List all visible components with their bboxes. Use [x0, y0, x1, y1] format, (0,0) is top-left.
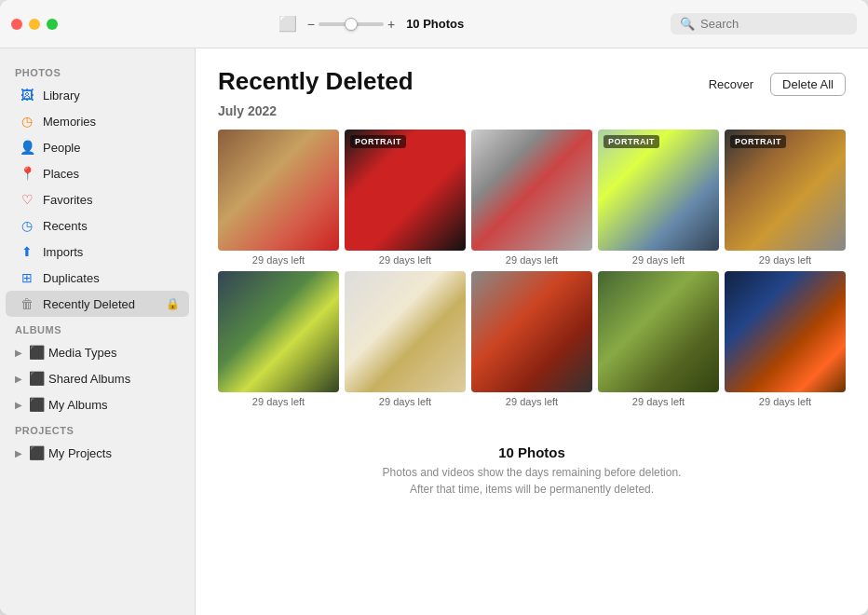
photo-thumbnail[interactable]: PORTRAIT — [598, 130, 719, 251]
days-left: 29 days left — [725, 254, 846, 266]
sidebar-item-duplicates[interactable]: ⊞ Duplicates — [6, 265, 189, 291]
days-left: 29 days left — [345, 254, 466, 266]
view-icon: ⬜ — [279, 16, 296, 33]
duplicates-icon: ⊞ — [19, 269, 35, 286]
footer-desc-line2: After that time, items will be permanent… — [233, 481, 831, 498]
app-window: ⬜ − + 10 Photos 🔍 Photos 🖼 Library ◷ — [0, 0, 868, 615]
memories-icon: ◷ — [19, 113, 35, 130]
people-icon: 👤 — [19, 139, 35, 156]
list-item: 29 days left — [218, 130, 339, 266]
sidebar-item-library-label: Library — [43, 89, 80, 102]
sidebar-item-people[interactable]: 👤 People — [6, 134, 189, 160]
portrait-badge: PORTRAIT — [604, 135, 659, 148]
list-item: 29 days left — [598, 271, 719, 407]
portrait-badge: PORTRAIT — [730, 135, 786, 148]
days-left: 29 days left — [598, 396, 719, 407]
minimize-button[interactable] — [29, 19, 40, 30]
list-item: 29 days left — [471, 271, 592, 407]
content-area: Recently Deleted Recover Delete All July… — [196, 48, 868, 615]
portrait-badge: PORTRAIT — [350, 135, 406, 148]
sidebar-group-shared-albums-label: Shared Albums — [48, 372, 130, 386]
photo-thumbnail[interactable] — [218, 271, 339, 392]
sidebar-item-recently-deleted[interactable]: 🗑 Recently Deleted 🔒 — [6, 291, 189, 317]
my-projects-icon: ⬛ — [28, 444, 45, 461]
sidebar-item-people-label: People — [43, 141, 80, 155]
sidebar-item-recents-label: Recents — [43, 219, 88, 233]
zoom-slider[interactable] — [319, 22, 384, 26]
list-item: 29 days left — [471, 130, 592, 266]
sidebar-group-my-projects[interactable]: ▶ ⬛ My Projects — [6, 440, 189, 466]
search-input[interactable] — [700, 17, 848, 31]
days-left: 29 days left — [471, 254, 592, 266]
search-bar[interactable]: 🔍 — [671, 13, 857, 34]
footer-desc-line1: Photos and videos show the days remainin… — [233, 464, 831, 481]
imports-icon: ⬆ — [19, 243, 35, 260]
sidebar-group-my-projects-label: My Projects — [48, 446, 112, 460]
list-item: PORTRAIT 29 days left — [725, 130, 846, 266]
days-left: 29 days left — [218, 254, 339, 266]
header-buttons: Recover Delete All — [699, 73, 846, 96]
sidebar-item-memories-label: Memories — [43, 115, 96, 129]
sidebar-item-recently-deleted-label: Recently Deleted — [43, 297, 135, 311]
sidebar-item-favorites[interactable]: ♡ Favorites — [6, 186, 189, 212]
my-albums-icon: ⬛ — [28, 396, 45, 413]
zoom-plus[interactable]: + — [387, 17, 395, 32]
footer-info: 10 Photos Photos and videos show the day… — [218, 430, 846, 512]
lock-icon: 🔒 — [166, 297, 180, 310]
sidebar-item-recents[interactable]: ◷ Recents — [6, 212, 189, 239]
sidebar-item-memories[interactable]: ◷ Memories — [6, 108, 189, 134]
photo-count: 10 Photos — [406, 17, 464, 31]
close-button[interactable] — [11, 19, 22, 30]
photo-thumbnail[interactable] — [725, 271, 846, 392]
search-icon: 🔍 — [680, 17, 695, 31]
days-left: 29 days left — [598, 254, 719, 266]
page-title: Recently Deleted — [218, 67, 414, 96]
sidebar-item-places[interactable]: 📍 Places — [6, 160, 189, 186]
list-item: 29 days left — [725, 271, 846, 407]
delete-all-button[interactable]: Delete All — [770, 73, 846, 96]
photo-thumbnail[interactable] — [218, 130, 339, 251]
list-item: PORTRAIT 29 days left — [345, 130, 466, 266]
toolbar: ⬜ − + 10 Photos — [73, 16, 671, 33]
sidebar-group-media-types-label: Media Types — [48, 346, 116, 360]
list-item: 29 days left — [345, 271, 466, 407]
library-icon: 🖼 — [19, 87, 35, 103]
sidebar-group-my-albums-label: My Albums — [48, 398, 108, 412]
days-left: 29 days left — [345, 396, 466, 407]
sidebar-item-favorites-label: Favorites — [43, 193, 92, 207]
sidebar-group-media-types[interactable]: ▶ ⬛ Media Types — [6, 339, 189, 365]
albums-section-label: Albums — [0, 317, 195, 339]
list-item: 29 days left — [218, 271, 339, 407]
titlebar: ⬜ − + 10 Photos 🔍 — [0, 0, 868, 48]
sidebar-item-library[interactable]: 🖼 Library — [6, 82, 189, 108]
photo-thumbnail[interactable] — [471, 130, 592, 251]
sidebar-group-shared-albums[interactable]: ▶ ⬛ Shared Albums — [6, 365, 189, 391]
trash-icon: 🗑 — [19, 295, 35, 312]
list-item: PORTRAIT 29 days left — [598, 130, 719, 266]
recover-button[interactable]: Recover — [699, 74, 763, 95]
projects-section-label: Projects — [0, 417, 195, 440]
section-date: July 2022 — [218, 103, 846, 118]
photo-thumbnail[interactable]: PORTRAIT — [725, 130, 846, 251]
sidebar-item-places-label: Places — [43, 167, 79, 181]
days-left: 29 days left — [471, 396, 592, 407]
sidebar-group-my-albums[interactable]: ▶ ⬛ My Albums — [6, 391, 189, 417]
photos-section-label: Photos — [0, 60, 195, 82]
footer-count: 10 Photos — [233, 444, 831, 460]
places-icon: 📍 — [19, 165, 35, 182]
photo-thumbnail[interactable] — [598, 271, 719, 392]
sidebar-item-imports[interactable]: ⬆ Imports — [6, 239, 189, 265]
zoom-minus[interactable]: − — [307, 17, 315, 32]
photo-thumbnail[interactable]: PORTRAIT — [345, 130, 466, 251]
zoom-thumb[interactable] — [345, 18, 358, 31]
traffic-lights — [11, 19, 58, 30]
sidebar-item-imports-label: Imports — [43, 245, 83, 259]
content-header: Recently Deleted Recover Delete All — [218, 67, 846, 96]
main-layout: Photos 🖼 Library ◷ Memories 👤 People 📍 P… — [0, 48, 868, 615]
sidebar-item-duplicates-label: Duplicates — [43, 271, 100, 285]
days-left: 29 days left — [218, 396, 339, 407]
maximize-button[interactable] — [47, 19, 58, 30]
sidebar: Photos 🖼 Library ◷ Memories 👤 People 📍 P… — [0, 48, 196, 615]
photo-thumbnail[interactable] — [345, 271, 466, 392]
photo-thumbnail[interactable] — [471, 271, 592, 392]
